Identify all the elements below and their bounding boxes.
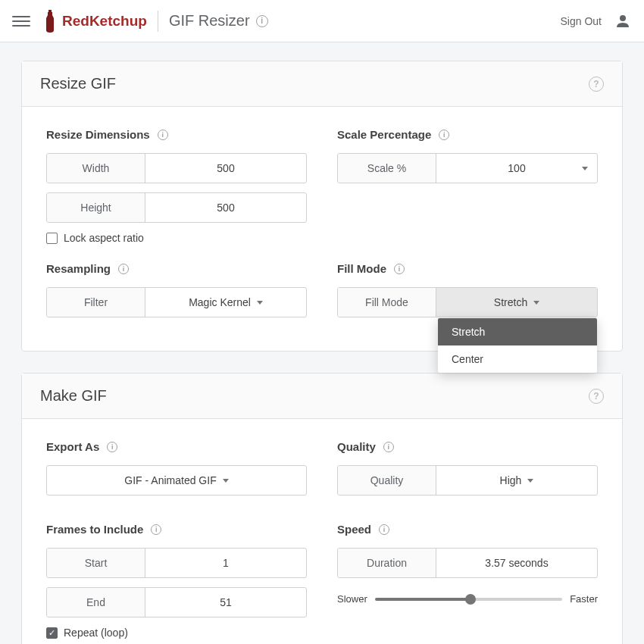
filter-dropdown[interactable]: Magic Kernel	[145, 288, 306, 317]
page-title: GIF Resizer	[169, 12, 250, 30]
faster-label: Faster	[570, 593, 598, 605]
brand-name: RedKetchup	[62, 13, 147, 30]
scale-dropdown[interactable]: 100	[436, 154, 597, 183]
end-frame-field: End	[46, 587, 307, 617]
scale-field: Scale % 100	[337, 153, 598, 183]
duration-label: Duration	[338, 549, 436, 577]
end-frame-input[interactable]	[145, 588, 306, 617]
chevron-down-icon	[582, 167, 588, 170]
export-as-dropdown[interactable]: GIF - Animated GIF	[46, 465, 307, 496]
height-label: Height	[47, 193, 145, 222]
width-input[interactable]	[145, 154, 306, 183]
repeat-label: Repeat (loop)	[64, 627, 128, 639]
card-title: Resize GIF	[40, 75, 116, 92]
svg-point-0	[620, 15, 626, 21]
slower-label: Slower	[337, 593, 367, 605]
avatar-icon[interactable]	[614, 12, 632, 30]
sign-out-link[interactable]: Sign Out	[561, 15, 602, 27]
app-header: RedKetchup GIF Resizer i Sign Out	[0, 0, 644, 42]
make-gif-card: Make GIF ? Export As i GIF - Animated GI…	[21, 373, 623, 644]
divider	[158, 11, 158, 32]
scale-label: Scale %	[338, 154, 436, 183]
repeat-row: Repeat (loop)	[46, 627, 307, 639]
info-icon[interactable]: i	[394, 264, 405, 274]
info-icon[interactable]: i	[256, 15, 268, 27]
chevron-down-icon	[257, 301, 263, 305]
scale-percentage-label: Scale Percentage i	[337, 128, 598, 141]
info-icon[interactable]: i	[118, 264, 129, 274]
height-input[interactable]	[145, 193, 306, 222]
fill-mode-option-stretch[interactable]: Stretch	[438, 318, 597, 345]
chevron-down-icon	[533, 301, 539, 305]
fill-mode-label: Fill Mode i	[337, 262, 598, 275]
fill-mode-field: Fill Mode Stretch Stretch Center	[337, 287, 598, 317]
height-field: Height	[46, 192, 307, 223]
logo[interactable]: RedKetchup	[42, 9, 147, 33]
filter-field: Filter Magic Kernel	[46, 287, 307, 317]
header-right: Sign Out	[561, 12, 632, 30]
info-icon[interactable]: i	[379, 524, 389, 535]
info-icon[interactable]: i	[383, 442, 394, 452]
speed-slider-row: Slower Faster	[337, 593, 598, 605]
info-icon[interactable]: i	[158, 130, 168, 140]
slider-thumb[interactable]	[465, 594, 476, 605]
info-icon[interactable]: i	[107, 442, 117, 452]
fill-mode-field-label: Fill Mode	[338, 288, 436, 317]
resampling-label: Resampling i	[46, 262, 307, 275]
quality-field-label: Quality	[338, 466, 436, 495]
speed-slider[interactable]	[375, 598, 562, 601]
quality-dropdown[interactable]: High	[436, 466, 597, 495]
repeat-checkbox[interactable]	[46, 627, 58, 639]
quality-field: Quality High	[337, 465, 598, 496]
chevron-down-icon	[527, 479, 533, 483]
end-label: End	[47, 588, 145, 617]
duration-field: Duration	[337, 548, 598, 578]
fill-mode-menu: Stretch Center	[438, 318, 597, 373]
card-header: Make GIF ?	[22, 374, 622, 419]
fill-mode-dropdown[interactable]: Stretch Stretch Center	[436, 288, 597, 317]
duration-input[interactable]	[436, 549, 597, 577]
info-icon[interactable]: i	[439, 130, 449, 140]
resize-dimensions-label: Resize Dimensions i	[46, 128, 307, 141]
menu-icon[interactable]	[12, 12, 30, 30]
fill-mode-option-center[interactable]: Center	[438, 345, 597, 373]
start-label: Start	[47, 549, 145, 577]
frames-label: Frames to Include i	[46, 523, 307, 536]
quality-label: Quality i	[337, 440, 598, 453]
card-title: Make GIF	[40, 387, 107, 405]
speed-label: Speed i	[337, 523, 598, 536]
export-as-label: Export As i	[46, 440, 307, 453]
help-icon[interactable]: ?	[589, 389, 604, 404]
width-field: Width	[46, 153, 307, 183]
start-frame-input[interactable]	[145, 549, 306, 577]
help-icon[interactable]: ?	[589, 77, 604, 92]
lock-aspect-label: Lock aspect ratio	[64, 232, 144, 244]
chevron-down-icon	[223, 479, 229, 483]
filter-label: Filter	[47, 288, 145, 317]
info-icon[interactable]: i	[151, 524, 161, 535]
lock-aspect-checkbox[interactable]	[46, 233, 58, 244]
main-content: Resize GIF ? Resize Dimensions i Width H…	[0, 42, 644, 644]
lock-aspect-row: Lock aspect ratio	[46, 232, 307, 244]
resize-gif-card: Resize GIF ? Resize Dimensions i Width H…	[21, 61, 623, 352]
width-label: Width	[47, 154, 145, 183]
start-frame-field: Start	[46, 548, 307, 578]
ketchup-bottle-icon	[42, 9, 58, 33]
card-header: Resize GIF ?	[22, 61, 622, 107]
